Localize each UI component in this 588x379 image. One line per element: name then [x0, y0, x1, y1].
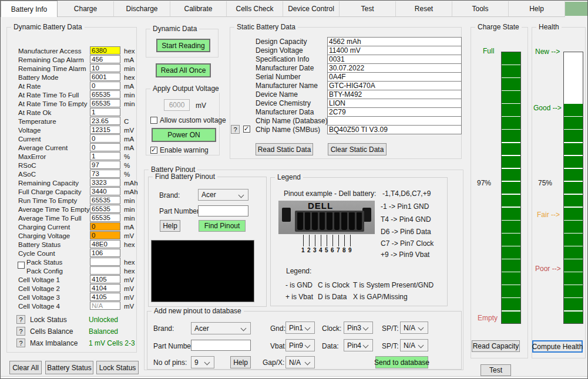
battery-mode-field[interactable] [90, 73, 120, 81]
tab-battery-info[interactable]: Battery Info [1, 1, 58, 17]
manufacturer-access-field[interactable] [90, 46, 120, 55]
max-imbalance-help-button[interactable]: ? [16, 339, 25, 347]
pin-leader-line [309, 235, 310, 246]
custom-voltage-input[interactable] [164, 99, 190, 111]
at-rate-ok-field[interactable] [90, 108, 120, 116]
manufacturer-date-field[interactable] [327, 63, 462, 73]
clock-select[interactable]: Pin3 [344, 322, 373, 334]
manufacturer-name-field[interactable] [327, 81, 462, 90]
allow-custom-voltage-checkbox[interactable] [150, 117, 157, 124]
connector-brand-text: DELL [308, 201, 333, 211]
maxerror-field[interactable] [90, 152, 120, 160]
at-rate-time-to-empty-field[interactable] [90, 99, 120, 107]
cycle-count-field[interactable] [90, 249, 120, 257]
enable-warning-checkbox[interactable]: ✓ [150, 147, 157, 154]
remaining-time-alarm-field[interactable] [90, 64, 120, 72]
device-chemistry-field[interactable] [327, 99, 462, 108]
chip-name-smbus-checkbox[interactable]: ✓ [243, 126, 250, 133]
pack-status-unit: hex [124, 258, 135, 266]
at-rate-field[interactable] [90, 82, 120, 90]
cells-balance-help-button[interactable]: ? [16, 327, 25, 336]
spt1-select[interactable]: N/A [400, 322, 428, 334]
read-all-once-button[interactable]: Read All Once [156, 63, 211, 77]
pack-status-checkbox[interactable] [18, 262, 25, 269]
clear-all-button[interactable]: Clear All [9, 361, 42, 374]
find-pinout-button[interactable]: Find Pinout [199, 220, 246, 232]
voltage-field[interactable] [90, 126, 120, 134]
at-rate-time-to-full-field[interactable] [90, 90, 120, 99]
chip-name-database-field[interactable] [327, 116, 462, 126]
gnd-select[interactable]: Pin1 [285, 322, 315, 334]
chip-name-help-button[interactable]: ? [231, 125, 240, 134]
add-part-number-input[interactable] [191, 340, 251, 351]
tab-device-control[interactable]: Device Control [283, 1, 340, 17]
tab-discharge[interactable]: Discharge [114, 1, 170, 17]
cell-voltage-2-field[interactable] [90, 284, 120, 292]
average-time-to-empty-field[interactable] [90, 205, 120, 213]
serial-number-field[interactable] [327, 72, 462, 82]
remaining-capacity-field[interactable] [90, 178, 120, 187]
cell-voltage-4-field[interactable] [90, 302, 120, 310]
tab-test[interactable]: Test [340, 1, 396, 17]
bar-segment [564, 169, 583, 181]
chip-name-smbus-field[interactable] [327, 125, 462, 134]
pack-status-field[interactable] [90, 258, 120, 266]
rsoc-field[interactable] [90, 161, 120, 169]
charging-current-field[interactable] [90, 222, 120, 231]
full-charge-capacity-field[interactable] [90, 187, 120, 195]
remaining-cap-alarm-field[interactable] [90, 55, 120, 63]
group-title: Charge State [475, 23, 522, 31]
brand-select[interactable]: Acer [198, 189, 248, 201]
charging-current-label: Charging Current [18, 223, 70, 231]
no-of-pins-select[interactable]: 9 [191, 356, 214, 368]
clear-static-data-button[interactable]: Clear Static Data [328, 143, 387, 155]
battery-status-button[interactable]: Battery Status [45, 361, 93, 374]
lock-status-button[interactable]: Lock Status [96, 361, 139, 374]
cell-voltage-3-field[interactable] [90, 293, 120, 301]
start-reading-button[interactable]: Start Reading [156, 39, 210, 52]
power-on-button[interactable]: Power ON [152, 128, 216, 142]
add-brand-select[interactable]: Acer [191, 322, 251, 334]
average-time-to-full-field[interactable] [90, 214, 120, 222]
find-help-button[interactable]: Help [160, 220, 180, 232]
tab-cells-check[interactable]: Cells Check [227, 1, 283, 17]
bar-segment [502, 52, 520, 65]
tab-reset[interactable]: Reset [396, 1, 452, 17]
tab-calibrate[interactable]: Calibrate [170, 1, 227, 17]
specification-info-field[interactable] [327, 55, 462, 64]
maxerror-label: MaxError [18, 153, 46, 161]
gapx-select[interactable]: N/A [285, 356, 315, 368]
vbat-value: Pin9 [289, 341, 303, 350]
pin-leader-line [338, 235, 339, 246]
read-static-data-button[interactable]: Read Static Data [256, 143, 313, 155]
average-current-field[interactable] [90, 143, 120, 151]
device-name-field[interactable] [327, 90, 462, 99]
cycle-count-label: Cycle Count [18, 249, 55, 258]
send-to-database-button[interactable]: Send to database [375, 356, 428, 368]
cell-voltage-1-field[interactable] [90, 275, 120, 283]
tab-charge[interactable]: Charge [58, 1, 114, 17]
run-time-to-empty-field[interactable] [90, 196, 120, 204]
test-button[interactable]: Test [481, 364, 511, 376]
manufacturer-data-field[interactable] [327, 107, 462, 117]
part-number-input[interactable] [198, 205, 248, 216]
temperature-field[interactable] [90, 117, 120, 125]
lock-status-help-button[interactable]: ? [16, 315, 25, 324]
spt2-select[interactable]: N/A [400, 339, 428, 351]
charging-voltage-field[interactable] [90, 231, 120, 239]
tab-tools[interactable]: Tools [452, 1, 509, 17]
compute-health-button[interactable]: Compute Health [532, 340, 583, 353]
design-voltage-field[interactable] [327, 46, 462, 55]
read-capacity-button[interactable]: Read Capacity [472, 340, 520, 352]
data-select[interactable]: Pin4 [344, 339, 373, 351]
design-capacity-field[interactable] [327, 37, 462, 46]
vbat-select[interactable]: Pin9 [285, 339, 315, 351]
tab-help[interactable]: Help [509, 1, 565, 17]
connector-pins [295, 211, 364, 232]
asoc-field[interactable] [90, 170, 120, 178]
pack-config-field[interactable] [90, 266, 120, 275]
current-field[interactable] [90, 134, 120, 143]
battery-status-field[interactable] [90, 240, 120, 248]
add-help-button[interactable]: Help [230, 356, 251, 368]
part-number-label: Part Number: [159, 207, 201, 215]
